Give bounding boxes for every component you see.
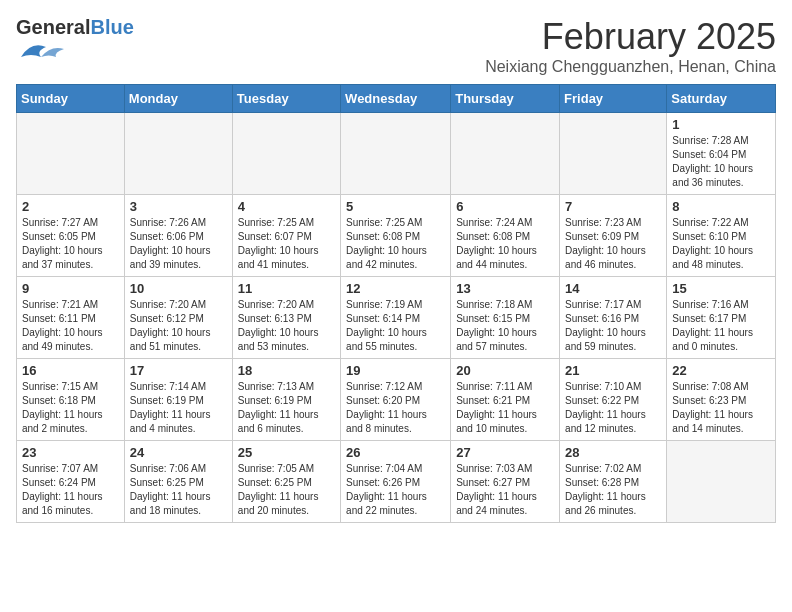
day-info: Sunrise: 7:25 AM Sunset: 6:07 PM Dayligh… (238, 216, 335, 272)
day-number: 4 (238, 199, 335, 214)
calendar-week-row: 1Sunrise: 7:28 AM Sunset: 6:04 PM Daylig… (17, 113, 776, 195)
day-number: 5 (346, 199, 445, 214)
day-info: Sunrise: 7:19 AM Sunset: 6:14 PM Dayligh… (346, 298, 445, 354)
calendar-day-header: Wednesday (341, 85, 451, 113)
day-number: 14 (565, 281, 661, 296)
day-number: 18 (238, 363, 335, 378)
day-info: Sunrise: 7:06 AM Sunset: 6:25 PM Dayligh… (130, 462, 227, 518)
day-number: 19 (346, 363, 445, 378)
day-info: Sunrise: 7:20 AM Sunset: 6:13 PM Dayligh… (238, 298, 335, 354)
calendar-day-cell: 11Sunrise: 7:20 AM Sunset: 6:13 PM Dayli… (232, 277, 340, 359)
day-info: Sunrise: 7:02 AM Sunset: 6:28 PM Dayligh… (565, 462, 661, 518)
day-info: Sunrise: 7:18 AM Sunset: 6:15 PM Dayligh… (456, 298, 554, 354)
calendar-day-cell: 19Sunrise: 7:12 AM Sunset: 6:20 PM Dayli… (341, 359, 451, 441)
day-info: Sunrise: 7:03 AM Sunset: 6:27 PM Dayligh… (456, 462, 554, 518)
day-number: 2 (22, 199, 119, 214)
calendar-day-cell: 1Sunrise: 7:28 AM Sunset: 6:04 PM Daylig… (667, 113, 776, 195)
calendar-day-cell: 12Sunrise: 7:19 AM Sunset: 6:14 PM Dayli… (341, 277, 451, 359)
calendar-day-cell (232, 113, 340, 195)
day-number: 7 (565, 199, 661, 214)
calendar-day-cell (124, 113, 232, 195)
day-info: Sunrise: 7:28 AM Sunset: 6:04 PM Dayligh… (672, 134, 770, 190)
day-number: 24 (130, 445, 227, 460)
calendar-week-row: 2Sunrise: 7:27 AM Sunset: 6:05 PM Daylig… (17, 195, 776, 277)
calendar-day-cell: 2Sunrise: 7:27 AM Sunset: 6:05 PM Daylig… (17, 195, 125, 277)
day-number: 8 (672, 199, 770, 214)
day-info: Sunrise: 7:24 AM Sunset: 6:08 PM Dayligh… (456, 216, 554, 272)
calendar-day-header: Friday (560, 85, 667, 113)
calendar-day-cell (451, 113, 560, 195)
calendar-day-header: Sunday (17, 85, 125, 113)
calendar-day-cell: 4Sunrise: 7:25 AM Sunset: 6:07 PM Daylig… (232, 195, 340, 277)
day-info: Sunrise: 7:16 AM Sunset: 6:17 PM Dayligh… (672, 298, 770, 354)
day-info: Sunrise: 7:15 AM Sunset: 6:18 PM Dayligh… (22, 380, 119, 436)
calendar-week-row: 9Sunrise: 7:21 AM Sunset: 6:11 PM Daylig… (17, 277, 776, 359)
calendar-day-cell: 6Sunrise: 7:24 AM Sunset: 6:08 PM Daylig… (451, 195, 560, 277)
day-info: Sunrise: 7:05 AM Sunset: 6:25 PM Dayligh… (238, 462, 335, 518)
calendar-day-cell: 23Sunrise: 7:07 AM Sunset: 6:24 PM Dayli… (17, 441, 125, 523)
day-number: 17 (130, 363, 227, 378)
day-number: 28 (565, 445, 661, 460)
day-info: Sunrise: 7:22 AM Sunset: 6:10 PM Dayligh… (672, 216, 770, 272)
calendar-table: SundayMondayTuesdayWednesdayThursdayFrid… (16, 84, 776, 523)
day-number: 22 (672, 363, 770, 378)
calendar-day-cell (667, 441, 776, 523)
logo-blue: Blue (90, 16, 133, 38)
day-info: Sunrise: 7:17 AM Sunset: 6:16 PM Dayligh… (565, 298, 661, 354)
day-info: Sunrise: 7:14 AM Sunset: 6:19 PM Dayligh… (130, 380, 227, 436)
calendar-day-cell: 10Sunrise: 7:20 AM Sunset: 6:12 PM Dayli… (124, 277, 232, 359)
month-title: February 2025 (485, 16, 776, 58)
calendar-day-cell: 16Sunrise: 7:15 AM Sunset: 6:18 PM Dayli… (17, 359, 125, 441)
day-info: Sunrise: 7:21 AM Sunset: 6:11 PM Dayligh… (22, 298, 119, 354)
calendar-day-cell: 28Sunrise: 7:02 AM Sunset: 6:28 PM Dayli… (560, 441, 667, 523)
logo-general: General (16, 16, 90, 38)
calendar-day-cell: 27Sunrise: 7:03 AM Sunset: 6:27 PM Dayli… (451, 441, 560, 523)
day-info: Sunrise: 7:20 AM Sunset: 6:12 PM Dayligh… (130, 298, 227, 354)
calendar-day-cell: 13Sunrise: 7:18 AM Sunset: 6:15 PM Dayli… (451, 277, 560, 359)
calendar-day-cell: 3Sunrise: 7:26 AM Sunset: 6:06 PM Daylig… (124, 195, 232, 277)
day-number: 15 (672, 281, 770, 296)
calendar-day-header: Monday (124, 85, 232, 113)
day-number: 6 (456, 199, 554, 214)
page-header: GeneralBlue February 2025 Neixiang Cheng… (16, 16, 776, 76)
calendar-day-cell: 8Sunrise: 7:22 AM Sunset: 6:10 PM Daylig… (667, 195, 776, 277)
day-info: Sunrise: 7:10 AM Sunset: 6:22 PM Dayligh… (565, 380, 661, 436)
calendar-day-header: Tuesday (232, 85, 340, 113)
day-number: 11 (238, 281, 335, 296)
calendar-day-header: Thursday (451, 85, 560, 113)
day-number: 3 (130, 199, 227, 214)
day-info: Sunrise: 7:13 AM Sunset: 6:19 PM Dayligh… (238, 380, 335, 436)
day-number: 21 (565, 363, 661, 378)
calendar-day-cell: 20Sunrise: 7:11 AM Sunset: 6:21 PM Dayli… (451, 359, 560, 441)
day-number: 27 (456, 445, 554, 460)
calendar-day-cell: 25Sunrise: 7:05 AM Sunset: 6:25 PM Dayli… (232, 441, 340, 523)
day-info: Sunrise: 7:27 AM Sunset: 6:05 PM Dayligh… (22, 216, 119, 272)
day-number: 23 (22, 445, 119, 460)
calendar-day-cell: 26Sunrise: 7:04 AM Sunset: 6:26 PM Dayli… (341, 441, 451, 523)
day-info: Sunrise: 7:26 AM Sunset: 6:06 PM Dayligh… (130, 216, 227, 272)
day-number: 9 (22, 281, 119, 296)
day-number: 25 (238, 445, 335, 460)
calendar-day-cell: 18Sunrise: 7:13 AM Sunset: 6:19 PM Dayli… (232, 359, 340, 441)
calendar-day-cell: 14Sunrise: 7:17 AM Sunset: 6:16 PM Dayli… (560, 277, 667, 359)
calendar-day-cell (341, 113, 451, 195)
day-info: Sunrise: 7:25 AM Sunset: 6:08 PM Dayligh… (346, 216, 445, 272)
calendar-day-cell: 21Sunrise: 7:10 AM Sunset: 6:22 PM Dayli… (560, 359, 667, 441)
calendar-day-cell: 5Sunrise: 7:25 AM Sunset: 6:08 PM Daylig… (341, 195, 451, 277)
calendar-day-cell: 17Sunrise: 7:14 AM Sunset: 6:19 PM Dayli… (124, 359, 232, 441)
calendar-day-cell (560, 113, 667, 195)
day-info: Sunrise: 7:07 AM Sunset: 6:24 PM Dayligh… (22, 462, 119, 518)
day-number: 13 (456, 281, 554, 296)
calendar-day-cell: 7Sunrise: 7:23 AM Sunset: 6:09 PM Daylig… (560, 195, 667, 277)
calendar-day-cell (17, 113, 125, 195)
day-number: 12 (346, 281, 445, 296)
calendar-week-row: 16Sunrise: 7:15 AM Sunset: 6:18 PM Dayli… (17, 359, 776, 441)
day-number: 26 (346, 445, 445, 460)
day-info: Sunrise: 7:08 AM Sunset: 6:23 PM Dayligh… (672, 380, 770, 436)
title-area: February 2025 Neixiang Chengguanzhen, He… (485, 16, 776, 76)
calendar-header-row: SundayMondayTuesdayWednesdayThursdayFrid… (17, 85, 776, 113)
day-number: 16 (22, 363, 119, 378)
logo-bird-icon (16, 39, 66, 61)
day-info: Sunrise: 7:23 AM Sunset: 6:09 PM Dayligh… (565, 216, 661, 272)
calendar-day-cell: 15Sunrise: 7:16 AM Sunset: 6:17 PM Dayli… (667, 277, 776, 359)
